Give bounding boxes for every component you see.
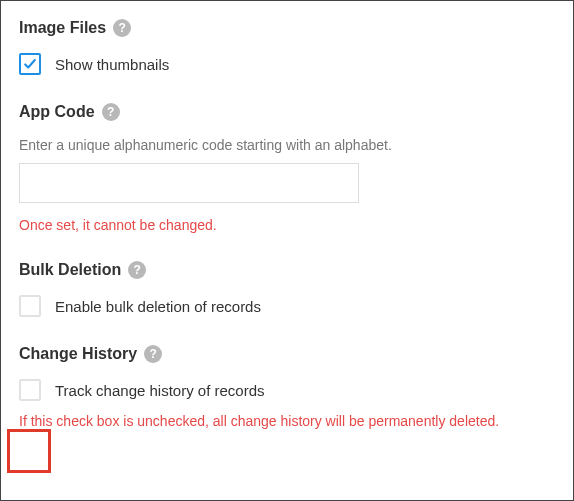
help-icon[interactable]: ? (113, 19, 131, 37)
show-thumbnails-row[interactable]: Show thumbnails (19, 53, 555, 75)
app-code-input[interactable] (19, 163, 359, 203)
app-code-title-row: App Code ? (19, 103, 555, 121)
app-code-title: App Code (19, 103, 95, 121)
enable-bulk-deletion-row[interactable]: Enable bulk deletion of records (19, 295, 555, 317)
checkmark-icon (23, 57, 37, 71)
enable-bulk-deletion-label: Enable bulk deletion of records (55, 298, 261, 315)
annotation-highlight-box (7, 429, 51, 473)
track-change-history-label: Track change history of records (55, 382, 265, 399)
track-change-history-checkbox[interactable] (19, 379, 41, 401)
change-history-title: Change History (19, 345, 137, 363)
enable-bulk-deletion-checkbox[interactable] (19, 295, 41, 317)
app-code-warning: Once set, it cannot be changed. (19, 217, 555, 233)
settings-panel: Image Files ? Show thumbnails App Code ?… (0, 0, 574, 501)
image-files-title: Image Files (19, 19, 106, 37)
image-files-title-row: Image Files ? (19, 19, 555, 37)
app-code-description: Enter a unique alphanumeric code startin… (19, 137, 555, 153)
section-app-code: App Code ? Enter a unique alphanumeric c… (19, 103, 555, 233)
show-thumbnails-label: Show thumbnails (55, 56, 169, 73)
help-icon[interactable]: ? (102, 103, 120, 121)
change-history-title-row: Change History ? (19, 345, 555, 363)
help-icon[interactable]: ? (144, 345, 162, 363)
bulk-deletion-title: Bulk Deletion (19, 261, 121, 279)
help-icon[interactable]: ? (128, 261, 146, 279)
show-thumbnails-checkbox[interactable] (19, 53, 41, 75)
bulk-deletion-title-row: Bulk Deletion ? (19, 261, 555, 279)
section-change-history: Change History ? Track change history of… (19, 345, 555, 429)
section-bulk-deletion: Bulk Deletion ? Enable bulk deletion of … (19, 261, 555, 317)
section-image-files: Image Files ? Show thumbnails (19, 19, 555, 75)
change-history-warning: If this check box is unchecked, all chan… (19, 413, 555, 429)
track-change-history-row[interactable]: Track change history of records (19, 379, 555, 401)
